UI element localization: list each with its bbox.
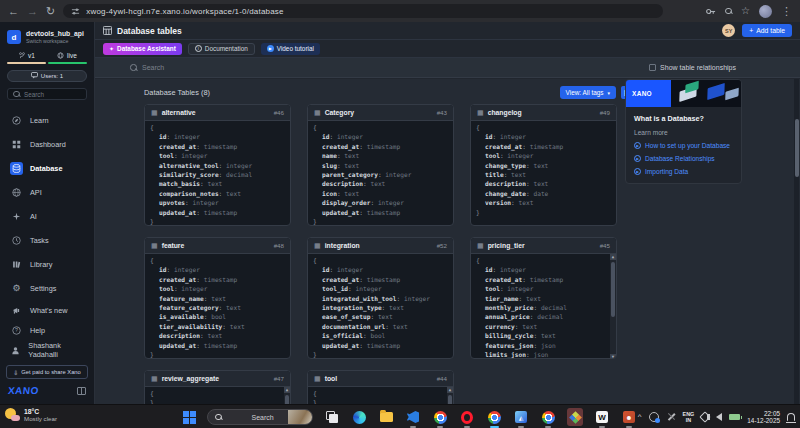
weather-widget[interactable]: 18°C Mostly clear (5, 407, 57, 422)
scrollbar-thumb[interactable] (795, 119, 799, 177)
workspace-switcher[interactable]: d devtools_hub_api Switch workspace (0, 22, 94, 49)
zoom-icon[interactable] (725, 8, 732, 15)
field-updated-at: updated_at: timestamp (313, 341, 448, 350)
diagrams-app-icon[interactable] (567, 409, 583, 425)
sync-status-icon[interactable] (649, 412, 659, 422)
sidebar-footer-what-s-new[interactable]: What's new (0, 300, 94, 320)
sidebar-item-learn[interactable]: Learn (0, 108, 94, 132)
search-highlight-image (288, 409, 312, 425)
table-card-feature[interactable]: ▦ feature #48 { id: integercreated_at: t… (144, 237, 291, 359)
field-version: version: text (476, 198, 611, 207)
field-created-at: created_at: timestamp (476, 142, 611, 151)
clock[interactable]: 22:0514-12-2025 (747, 410, 780, 425)
sidebar-item-library[interactable]: Library (0, 252, 94, 276)
table-icon: ▦ (314, 242, 321, 249)
table-card-header: ▦ feature #48 (145, 238, 290, 254)
sidebar-item-settings[interactable]: ⚙ Settings (0, 276, 94, 300)
tray-expand-icon[interactable]: ^ (638, 413, 642, 421)
help-link-importing-data[interactable]: ▶ Importing Data (634, 168, 733, 175)
help-link-database-relationships[interactable]: ▶ Database Relationships (634, 155, 733, 162)
sidebar-footer-help[interactable]: ? Help (0, 320, 94, 340)
field-monthly-price: monthly_price: decimal (476, 303, 611, 312)
table-card-alternative[interactable]: ▦ alternative #46 { id: integercreated_a… (144, 104, 291, 226)
field-created-at: created_at: timestamp (150, 142, 285, 151)
edge-icon[interactable] (351, 409, 367, 425)
field-match-basis: match_basis: text (150, 179, 285, 188)
sidebar-item-ai[interactable]: AI (0, 204, 94, 228)
chrome-icon[interactable] (432, 409, 448, 425)
language-indicator[interactable]: ENGIN (683, 411, 695, 423)
password-key-icon[interactable] (705, 6, 716, 17)
show-relationships-toggle[interactable]: Show table relationships (649, 64, 736, 71)
page-titlebar: Database tables SY + Add table (95, 22, 800, 40)
documentation-button[interactable]: i Documentation (188, 43, 255, 55)
office-app-icon[interactable]: ☻ (621, 409, 637, 425)
users-button[interactable]: Users: 1 (7, 70, 87, 82)
database-assistant-button[interactable]: ✦ Database Assistant (103, 43, 182, 55)
field-created-at: created_at: timestamp (150, 275, 285, 284)
view-tags-dropdown[interactable]: View: All tags ▾ (560, 86, 616, 99)
page-scrollbar[interactable] (794, 79, 799, 404)
live-globe-icon (57, 52, 64, 59)
card-scrollbar[interactable]: ▲ ▼ (284, 387, 290, 404)
card-scrollbar[interactable]: ▲ ▼ (610, 254, 616, 359)
sidebar-collapse-icon[interactable] (77, 387, 86, 395)
battery-icon[interactable] (729, 414, 740, 420)
back-icon[interactable]: ← (8, 6, 19, 17)
table-card-header: ▦ alternative #46 (145, 105, 290, 121)
play-icon: ▶ (267, 45, 274, 52)
opera-icon[interactable] (459, 409, 475, 425)
table-id: #43 (437, 109, 447, 116)
video-tutorial-button[interactable]: ▶ Video tutorial (261, 43, 320, 55)
table-search-input[interactable]: Search (130, 64, 649, 71)
help-link-how-to-set-up-your-database[interactable]: ▶ How to set up your Database (634, 142, 733, 149)
sidebar-item-tasks[interactable]: Tasks (0, 228, 94, 252)
volume-icon[interactable] (716, 413, 722, 421)
notifications-icon[interactable] (787, 413, 795, 421)
vscode-icon[interactable] (405, 409, 421, 425)
forward-icon[interactable]: → (27, 6, 38, 17)
table-card-integration[interactable]: ▦ integration #52 { id: integercreated_a… (307, 237, 454, 359)
table-card-review-aggregate[interactable]: ▦ review_aggregate #47 { } ▲ ▼ (144, 370, 291, 404)
task-view-icon[interactable] (324, 409, 340, 425)
chrome-active-icon[interactable] (486, 409, 502, 425)
menu-dots-icon[interactable]: ⋮ (781, 6, 792, 17)
file-explorer-icon[interactable] (378, 409, 394, 425)
branch-tab[interactable]: v1 (7, 49, 47, 62)
bookmark-star-icon[interactable]: ☆ (741, 6, 750, 16)
globe-icon (10, 186, 23, 199)
relationships-checkbox[interactable] (649, 64, 656, 71)
sidebar-footer-shashank-yadahalli[interactable]: Shashank Yadahalli (0, 340, 94, 360)
table-card-category[interactable]: ▦ Category #43 { id: integercreated_at: … (307, 104, 454, 226)
add-table-button[interactable]: + Add table (742, 24, 792, 37)
table-id: #45 (600, 242, 610, 249)
user-avatar[interactable]: SY (722, 24, 735, 37)
page-title: Database tables (117, 26, 182, 36)
address-bar[interactable]: xwog-4ywl-hcgl.n7e.xano.io/workspace/1-0… (63, 4, 663, 18)
dashboard-icon (10, 138, 23, 151)
taskbar-search[interactable]: Search (207, 409, 313, 425)
sidebar-menu: Learn Dashboard Database API AI Tasks Li… (0, 108, 94, 300)
field-created-at: created_at: timestamp (313, 142, 448, 151)
sidebar-item-api[interactable]: API (0, 180, 94, 204)
sidebar-search-input[interactable]: Search (7, 88, 87, 101)
start-button[interactable] (183, 411, 196, 424)
sidebar-item-dashboard[interactable]: Dashboard (0, 132, 94, 156)
table-name: changelog (488, 109, 522, 116)
live-tab[interactable]: live (47, 49, 87, 62)
table-card-tool[interactable]: ▦ tool #44 { } ▲ ▼ (307, 370, 454, 404)
table-card-changelog[interactable]: ▦ changelog #49 { id: integercreated_at:… (470, 104, 617, 226)
word-app-icon[interactable]: W (594, 409, 610, 425)
field-is-available: is_available: bool (150, 312, 285, 321)
referral-cta-button[interactable]: ⇩ Get paid to share Xano (6, 365, 88, 379)
table-schema: { id: integercreated_at: timestamptool: … (471, 254, 616, 359)
pen-disabled-icon[interactable] (666, 412, 676, 422)
field-description: description: text (476, 179, 611, 188)
reload-icon[interactable]: ↻ (46, 6, 55, 17)
chrome-profile2-icon[interactable] (540, 409, 556, 425)
sidebar-item-database[interactable]: Database (0, 156, 94, 180)
card-scrollbar[interactable]: ▲ ▼ (447, 387, 453, 404)
browser-profile-avatar[interactable] (759, 5, 772, 18)
photos-icon[interactable]: ◭ (513, 409, 529, 425)
table-card-pricing-tier[interactable]: ▦ pricing_tier #45 { id: integercreated_… (470, 237, 617, 359)
